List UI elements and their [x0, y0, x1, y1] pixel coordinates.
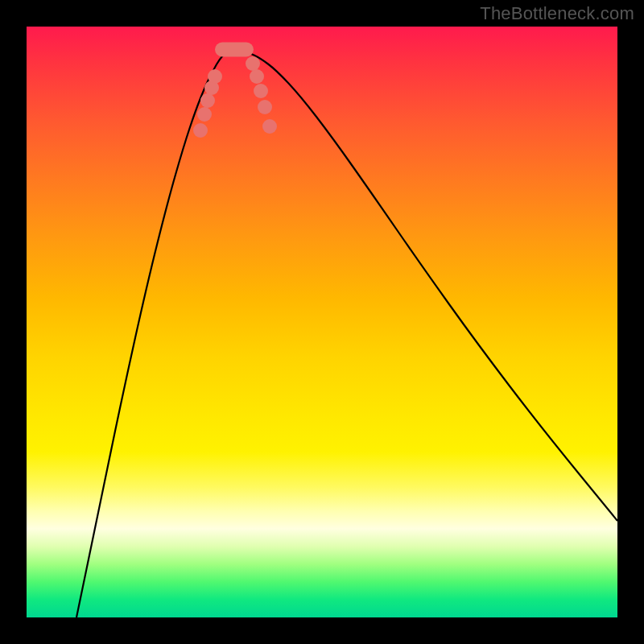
marker-bottom-pill [215, 43, 254, 57]
chart-area [27, 27, 617, 617]
curve-marker [208, 69, 222, 84]
curve-marker [262, 119, 277, 134]
curve-bottom-pill [215, 43, 254, 57]
curve-marker [250, 69, 264, 84]
curve-marker [246, 56, 260, 71]
bottleneck-curve [76, 49, 617, 617]
watermark-text: TheBottleneck.com [480, 3, 634, 24]
curve-marker [193, 123, 208, 138]
curve-marker [200, 93, 215, 108]
curve-marker [197, 107, 212, 122]
curve-marker [254, 84, 268, 98]
curve-marker [258, 100, 272, 114]
chart-svg [27, 27, 617, 617]
